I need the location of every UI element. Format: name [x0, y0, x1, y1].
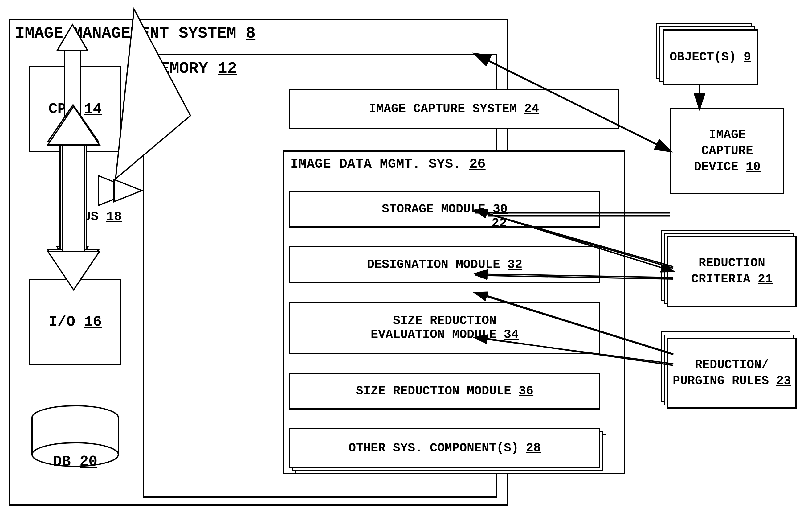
srm-box: SIZE REDUCTION MODULE 36 [289, 373, 600, 409]
ims-label: IMAGE MANAGEMENT SYSTEM 8 [15, 24, 256, 43]
diagram: IMAGE MANAGEMENT SYSTEM 8 CPU 14 BUS 18 … [0, 0, 812, 531]
memory-label: MEMORY 12 [150, 59, 237, 78]
memory-box: MEMORY 12 IMAGE CAPTURE SYSTEM 24 IMAGE … [143, 54, 497, 498]
db-box: DB 20 [29, 405, 121, 467]
rpr-number: 23 [776, 374, 791, 388]
ims-number: 8 [246, 24, 256, 43]
srm-number: 36 [519, 384, 533, 398]
srem-box: SIZE REDUCTION EVALUATION MODULE 34 [289, 302, 600, 354]
idms-label: IMAGE DATA MGMT. SYS. 26 [290, 156, 485, 172]
rc-box: REDUCTIONCRITERIA 21 [667, 236, 797, 307]
icd-box: IMAGECAPTUREDEVICE 10 [670, 108, 784, 194]
objects-box: OBJECT(S) 9 [663, 29, 758, 85]
cpu-number: 14 [84, 101, 102, 117]
designation-number: 32 [508, 258, 522, 272]
io-label: I/O 16 [49, 313, 102, 330]
ics-label: IMAGE CAPTURE SYSTEM 24 [369, 102, 539, 116]
designation-label: DESIGNATION MODULE 32 [367, 258, 522, 272]
srem-number: 34 [504, 328, 519, 342]
rc-label: REDUCTIONCRITERIA 21 [691, 255, 772, 288]
icd-label: IMAGECAPTUREDEVICE 10 [694, 127, 760, 175]
srm-label: SIZE REDUCTION MODULE 36 [356, 384, 533, 398]
rpr-box: REDUCTION/PURGING RULES 23 [667, 338, 797, 409]
ics-number: 24 [524, 102, 539, 116]
idms-number: 26 [469, 156, 485, 172]
db-number: 20 [79, 453, 97, 470]
objects-number: 9 [743, 50, 751, 64]
ims-box: IMAGE MANAGEMENT SYSTEM 8 CPU 14 BUS 18 … [9, 18, 508, 506]
memory-number: 12 [218, 59, 237, 78]
db-label: DB 20 [53, 453, 97, 470]
bus-label: BUS 18 [75, 209, 122, 224]
storage-number: 30 [493, 202, 508, 216]
designation-box: DESIGNATION MODULE 32 [289, 246, 600, 283]
cpu-label: CPU 14 [49, 101, 102, 117]
storage-box: STORAGE MODULE 30 [289, 191, 600, 227]
other-label: OTHER SYS. COMPONENT(S) 28 [349, 441, 541, 455]
label-22: 22 [492, 216, 507, 230]
bus-number: 18 [106, 209, 122, 224]
srem-label: SIZE REDUCTION EVALUATION MODULE 34 [371, 314, 519, 342]
icd-number: 10 [746, 160, 760, 174]
rpr-label: REDUCTION/PURGING RULES 23 [673, 357, 791, 389]
ics-box: IMAGE CAPTURE SYSTEM 24 [289, 89, 619, 129]
objects-label: OBJECT(S) 9 [670, 50, 751, 64]
storage-label: STORAGE MODULE 30 [382, 202, 508, 216]
other-number: 28 [526, 441, 541, 455]
io-box: I/O 16 [29, 279, 121, 365]
cpu-box: CPU 14 [29, 66, 121, 152]
other-box: OTHER SYS. COMPONENT(S) 28 [289, 428, 600, 468]
io-number: 16 [84, 313, 102, 330]
rc-number: 21 [758, 272, 772, 286]
